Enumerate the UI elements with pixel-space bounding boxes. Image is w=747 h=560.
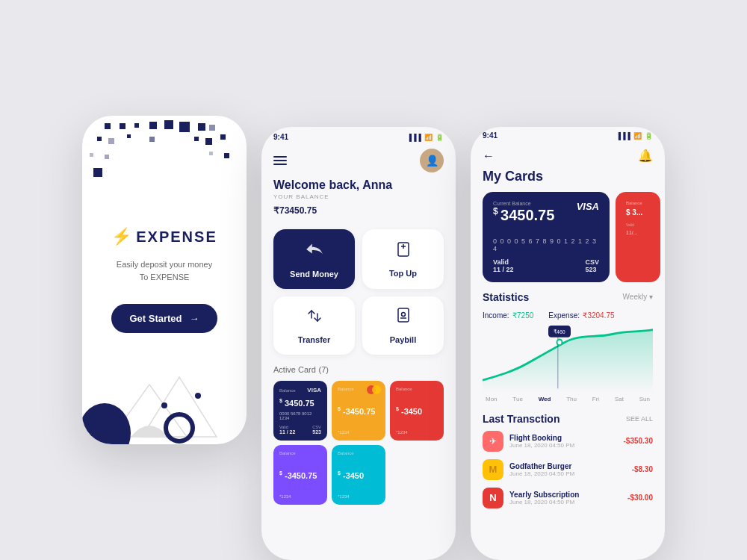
status-time: 9:41 bbox=[273, 133, 288, 141]
svg-rect-5 bbox=[179, 122, 190, 132]
my-cards-title: My Cards bbox=[471, 169, 665, 192]
paybill-button[interactable]: Paybill bbox=[362, 296, 444, 355]
top-up-button[interactable]: Top Up bbox=[362, 229, 444, 289]
action-grid: Send Money Top Up Transfer bbox=[261, 223, 456, 361]
svg-rect-15 bbox=[90, 153, 93, 157]
bell-icon[interactable]: 🔔 bbox=[638, 149, 653, 163]
main-header: 👤 bbox=[261, 144, 456, 178]
balance-label: YOUR BALANCE bbox=[273, 193, 444, 200]
avatar[interactable]: 👤 bbox=[420, 149, 444, 172]
day-mon: Mon bbox=[486, 396, 498, 402]
tx2-amount: -$8.30 bbox=[632, 465, 653, 473]
chart-labels: Mon Tue Wed Thu Fri Sat Sun bbox=[483, 396, 653, 402]
welcome-section: Welcome back, Anna YOUR BALANCE ₹73450.7… bbox=[261, 178, 456, 223]
svg-rect-7 bbox=[209, 125, 215, 131]
svg-rect-9 bbox=[108, 138, 114, 144]
card4-balance: $ -3450.75 bbox=[279, 470, 321, 480]
tx2-date: June 18, 2020 04:50 PM bbox=[509, 470, 626, 477]
tx1-icon: ✈ bbox=[483, 431, 503, 452]
tx1-date: June 18, 2020 04:50 PM bbox=[509, 442, 618, 449]
svg-rect-16 bbox=[105, 155, 109, 159]
brand-name: EXPENSE bbox=[136, 228, 217, 246]
featured-balance-label: Current Balance $ 3450.75 bbox=[493, 201, 554, 230]
hamburger-menu[interactable] bbox=[273, 156, 287, 165]
card1-footer: Valid11 / 22 CSV523 bbox=[279, 425, 321, 435]
day-thu: Thu bbox=[566, 396, 577, 402]
welcome-text: Welcome back, Anna bbox=[273, 178, 444, 192]
arrow-icon: → bbox=[190, 313, 199, 324]
top-up-label: Top Up bbox=[389, 269, 417, 278]
svg-rect-32 bbox=[557, 329, 559, 388]
get-started-button[interactable]: Get Started → bbox=[111, 304, 217, 333]
active-cards-section: Active Card (7) Balance VISA $ 3450.75 0… bbox=[261, 361, 456, 560]
splash-dots bbox=[82, 116, 247, 220]
peek-card[interactable]: Balance $ 3... Valid 11/... bbox=[616, 192, 660, 282]
peek-balance-label: Balance bbox=[626, 201, 650, 205]
income-display: Income: ₹7250 bbox=[483, 308, 533, 321]
card4-number: *1234 bbox=[279, 494, 321, 499]
statistics-section: Statistics Weekly ▾ Income: ₹7250 Expens… bbox=[471, 291, 665, 407]
tx2-info: Godfather Burger June 18, 2020 04:50 PM bbox=[509, 462, 626, 477]
paybill-label: Paybill bbox=[390, 335, 416, 344]
splash-tagline: Easily deposit your money To EXPENSE bbox=[117, 258, 212, 283]
see-all-button[interactable]: SEE ALL bbox=[626, 415, 653, 423]
top-up-icon bbox=[394, 240, 412, 263]
card4-balance-label: Balance bbox=[279, 451, 321, 455]
day-sat: Sat bbox=[615, 396, 624, 402]
card5-balance-label: Balance bbox=[338, 451, 379, 455]
active-cards-title: Active Card (7) bbox=[273, 364, 444, 375]
active-cards-count: (7) bbox=[318, 365, 328, 374]
svg-point-35 bbox=[557, 339, 562, 345]
send-money-icon bbox=[305, 240, 324, 264]
tx2-icon: M bbox=[483, 459, 503, 480]
status-icons: ▐▐▐ 📶 🔋 bbox=[407, 134, 444, 141]
stats-nav: ← 🔔 bbox=[471, 143, 665, 169]
brand-section: ⚡ EXPENSE bbox=[111, 227, 217, 246]
card-item-2[interactable]: Balance $ -3450.75 *1234 bbox=[332, 381, 385, 441]
tx2-name: Godfather Burger bbox=[509, 462, 626, 470]
peek-valid-val: 11/... bbox=[626, 230, 650, 235]
tagline-line2: To EXPENSE bbox=[117, 271, 212, 284]
transfer-label: Transfer bbox=[298, 335, 330, 344]
day-fri: Fri bbox=[592, 396, 599, 402]
featured-card-footer: Valid 11 / 22 CSV 523 bbox=[493, 258, 599, 273]
stats-screen: 9:41 ▐▐▐ 📶 🔋 ← 🔔 My Cards Current Balanc… bbox=[471, 127, 665, 560]
brand-icon: ⚡ bbox=[111, 227, 131, 246]
card-item-4[interactable]: Balance $ -3450.75 *1234 bbox=[273, 445, 327, 505]
back-button[interactable]: ← bbox=[483, 149, 495, 163]
svg-rect-12 bbox=[194, 137, 199, 141]
svg-rect-11 bbox=[149, 137, 155, 142]
card2-number: *1234 bbox=[338, 430, 379, 435]
tx3-amount: -$30.00 bbox=[627, 494, 653, 502]
card-item-1[interactable]: Balance VISA $ 3450.75 0000 5678 9012 12… bbox=[273, 381, 327, 441]
tx3-info: Yearly Subscription June 18, 2020 04:50 … bbox=[509, 491, 622, 505]
card-item-3[interactable]: Balance $ -3450 *1234 bbox=[390, 381, 444, 441]
svg-rect-10 bbox=[127, 134, 131, 138]
stats-status-icons: ▐▐▐ 📶 🔋 bbox=[616, 132, 653, 140]
card5-balance: $ -3450 bbox=[338, 470, 379, 480]
stats-status-bar: 9:41 ▐▐▐ 📶 🔋 bbox=[471, 127, 665, 143]
svg-text:₹460: ₹460 bbox=[554, 329, 565, 336]
tx3-icon: N bbox=[483, 488, 503, 508]
income-expense-row: Income: ₹7250 Expense: ₹3204.75 bbox=[483, 308, 653, 321]
status-bar: 9:41 ▐▐▐ 📶 🔋 bbox=[261, 127, 456, 144]
svg-rect-8 bbox=[97, 137, 102, 141]
weekly-filter[interactable]: Weekly ▾ bbox=[623, 293, 653, 301]
expense-display: Expense: ₹3204.75 bbox=[548, 308, 614, 321]
svg-point-22 bbox=[82, 403, 131, 444]
transfer-button[interactable]: Transfer bbox=[273, 296, 355, 355]
wifi-icon: 📶 bbox=[424, 134, 433, 141]
svg-rect-1 bbox=[120, 123, 125, 129]
card3-number: *1234 bbox=[396, 430, 438, 435]
card-item-5[interactable]: Balance $ -3450 *1234 bbox=[332, 445, 385, 505]
peek-valid-label: Valid bbox=[626, 223, 650, 227]
card1-type: VISA bbox=[307, 387, 321, 393]
featured-card[interactable]: Current Balance $ 3450.75 VISA 0 0 0 0 5… bbox=[483, 192, 610, 282]
send-money-button[interactable]: Send Money bbox=[273, 229, 355, 289]
svg-rect-3 bbox=[149, 122, 157, 129]
svg-rect-6 bbox=[198, 123, 205, 131]
paybill-icon bbox=[394, 307, 412, 329]
svg-point-30 bbox=[401, 313, 405, 317]
svg-point-25 bbox=[195, 393, 201, 399]
svg-rect-17 bbox=[209, 152, 213, 155]
